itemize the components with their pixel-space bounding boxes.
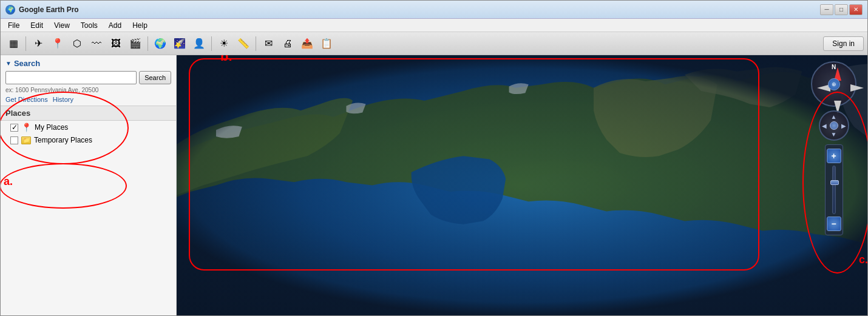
navigation-controls: N ⊕ [811, 61, 856, 235]
sunlight-button[interactable]: ☀ [215, 35, 233, 52]
menu-file[interactable]: File [3, 20, 24, 31]
pan-down-button[interactable]: ▼ [831, 131, 837, 138]
app-title: Google Earth Pro [19, 5, 79, 14]
record-tour-button[interactable]: 🎬 [126, 35, 144, 52]
fly-to-button[interactable]: ✈ [29, 35, 47, 52]
zoom-panel: + − [825, 144, 843, 235]
draw-path-button[interactable]: 〰 [87, 35, 106, 52]
main-content: ▼ Search Search ex: 1600 Pennsylvania Av… [1, 55, 867, 315]
measure-button[interactable]: 📏 [234, 35, 253, 52]
places-panel: Places ✓ 📍 My Places 📁 Temporary Places [1, 106, 176, 315]
pan-right-button[interactable]: ▶ [841, 123, 846, 129]
history-link[interactable]: History [53, 96, 73, 103]
zoom-slider-thumb[interactable] [830, 180, 839, 185]
temporary-places-item[interactable]: 📁 Temporary Places [1, 134, 176, 146]
my-places-label: My Places [35, 123, 68, 132]
compass-east-arrow [850, 84, 864, 92]
toolbar-sep-1 [25, 36, 26, 51]
menu-view[interactable]: View [49, 20, 75, 31]
minimize-button[interactable]: ─ [820, 4, 833, 15]
pan-left-button[interactable]: ◀ [822, 123, 827, 129]
share-button[interactable]: 📤 [298, 35, 316, 52]
sidebar: ▼ Search Search ex: 1600 Pennsylvania Av… [1, 55, 177, 315]
toolbar-sep-4 [256, 36, 256, 51]
temporary-places-label: Temporary Places [34, 136, 92, 144]
app-window: 🌍 Google Earth Pro ─ □ ✕ File Edit View … [0, 0, 868, 316]
search-example-text: ex: 1600 Pennsylvania Ave, 20500 [5, 87, 171, 93]
menu-help[interactable]: Help [127, 20, 152, 31]
my-places-checkbox[interactable]: ✓ [10, 124, 18, 132]
search-links: Get Directions History [5, 96, 171, 103]
toolbar-sep-3 [211, 36, 212, 51]
earth-map-svg [177, 55, 867, 315]
compass-center-button[interactable]: ⊕ [828, 78, 840, 90]
zoom-out-button[interactable]: − [827, 217, 841, 231]
search-header: ▼ Search [5, 59, 171, 68]
print-button[interactable]: 🖨 [279, 35, 297, 52]
image-overlay-button[interactable]: 🖼 [107, 35, 125, 52]
search-panel: ▼ Search Search ex: 1600 Pennsylvania Av… [1, 55, 176, 106]
get-directions-link[interactable]: Get Directions [5, 96, 48, 103]
street-view-button[interactable]: 👤 [190, 35, 208, 52]
temporary-places-folder-icon: 📁 [21, 136, 31, 144]
zoom-in-button[interactable]: + [827, 149, 841, 163]
pan-center-button[interactable] [830, 121, 838, 130]
temporary-places-checkbox[interactable] [10, 136, 18, 144]
my-places-icon: 📍 [21, 123, 32, 132]
search-title: Search [14, 59, 40, 68]
places-title: Places [5, 109, 30, 118]
close-button[interactable]: ✕ [849, 4, 863, 15]
toolbar-sep-2 [147, 36, 148, 51]
menu-edit[interactable]: Edit [25, 20, 48, 31]
add-placemark-button[interactable]: 📍 [49, 35, 67, 52]
email-button[interactable]: ✉ [259, 35, 277, 52]
copy-image-button[interactable]: 📋 [317, 35, 336, 52]
map-area[interactable]: b. N [177, 55, 867, 315]
draw-polygon-button[interactable]: ⬡ [68, 35, 86, 52]
sign-in-button[interactable]: Sign in [823, 36, 864, 51]
title-bar: 🌍 Google Earth Pro ─ □ ✕ [1, 1, 867, 19]
search-input[interactable] [5, 71, 137, 84]
title-bar-controls: ─ □ ✕ [820, 4, 863, 15]
search-collapse-arrow[interactable]: ▼ [5, 60, 12, 67]
menu-bar: File Edit View Tools Add Help [1, 19, 867, 32]
my-places-item[interactable]: ✓ 📍 My Places [1, 121, 176, 134]
search-input-row: Search [5, 71, 171, 84]
search-button[interactable]: Search [139, 71, 171, 84]
sidebar-toggle-button[interactable]: ▦ [4, 35, 22, 52]
compass: N ⊕ [811, 61, 856, 107]
svg-rect-1 [177, 55, 867, 315]
sky-view-button[interactable]: 🌠 [171, 35, 189, 52]
earth-view-button[interactable]: 🌍 [151, 35, 169, 52]
menu-tools[interactable]: Tools [76, 20, 103, 31]
places-header: Places [1, 106, 176, 121]
title-bar-left: 🌍 Google Earth Pro [5, 5, 79, 15]
zoom-slider-track [832, 166, 836, 214]
toolbar: ▦ ✈ 📍 ⬡ 〰 🖼 🎬 🌍 🌠 👤 ☀ 📏 ✉ 🖨 📤 📋 Sign in [1, 32, 867, 55]
pan-control: ▲ ▼ ◀ ▶ [819, 110, 849, 141]
pan-up-button[interactable]: ▲ [831, 113, 837, 120]
menu-add[interactable]: Add [104, 20, 126, 31]
app-icon: 🌍 [5, 5, 15, 15]
maximize-button[interactable]: □ [835, 4, 848, 15]
